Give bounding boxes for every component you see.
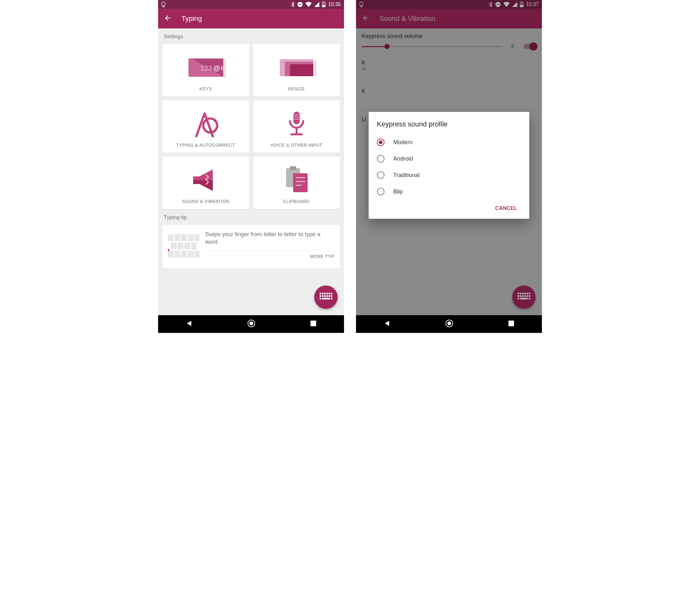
svg-rect-54 (322, 298, 330, 299)
nav-home-icon[interactable] (247, 319, 255, 329)
page-title: Sound & Vibration (379, 15, 435, 23)
battery-icon (322, 2, 326, 7)
tip-card[interactable]: Swipe your finger from letter to letter … (162, 225, 340, 269)
nav-back-icon[interactable] (186, 320, 192, 328)
nav-back-icon[interactable] (384, 320, 390, 328)
speaker-icon (165, 162, 247, 199)
svg-rect-21 (293, 173, 308, 192)
svg-rect-68 (527, 293, 528, 294)
bulb-icon (161, 2, 166, 7)
content: Settings 123 @ # KEYS (158, 28, 344, 315)
section-settings-label: Settings (158, 28, 344, 44)
svg-rect-35 (168, 251, 173, 258)
tile-label: VOICE & OTHER INPUT (270, 143, 323, 148)
tile-keys[interactable]: 123 @ # KEYS (162, 44, 249, 97)
svg-rect-76 (518, 298, 519, 299)
svg-rect-66 (522, 293, 523, 294)
svg-rect-64 (518, 293, 519, 294)
nav-recent-icon[interactable] (508, 320, 514, 328)
svg-rect-53 (320, 298, 321, 299)
svg-rect-58 (310, 320, 316, 326)
radio-option-modern[interactable]: Modern (377, 134, 521, 150)
svg-rect-77 (520, 298, 528, 299)
radio-icon (377, 188, 385, 195)
svg-rect-30 (194, 234, 200, 241)
fab-keyboard[interactable] (512, 286, 536, 309)
svg-rect-44 (326, 293, 328, 294)
svg-text:@: @ (213, 64, 220, 72)
radio-label: Blip (393, 188, 403, 195)
section-tip-label: Typing tip (158, 209, 344, 225)
svg-rect-45 (329, 293, 330, 294)
divider (205, 250, 334, 251)
fab-keyboard[interactable] (314, 286, 338, 309)
dialog-sound-profile: Keypress sound profile Modern Android Tr… (369, 112, 529, 219)
navbar (158, 315, 344, 333)
tip-text: Swipe your finger from letter to letter … (205, 230, 334, 246)
dnd-icon (495, 2, 501, 7)
bluetooth-icon (489, 2, 493, 7)
phone-right: 10:37 Sound & Vibration Keypress sound v… (356, 0, 542, 333)
signal-icon (512, 2, 517, 7)
phone-left: 10:35 Typing Settings 123 @ (158, 0, 344, 333)
keys-icon: 123 @ # (165, 49, 247, 86)
back-icon[interactable] (164, 14, 172, 23)
svg-rect-47 (320, 295, 321, 297)
svg-rect-42 (322, 293, 324, 294)
cancel-button[interactable]: CANCEL (491, 202, 521, 214)
tile-sound-vibration[interactable]: SOUND & VIBRATION (162, 156, 249, 209)
battery-icon (520, 2, 523, 7)
radio-icon (377, 171, 385, 179)
svg-rect-31 (171, 243, 177, 249)
tile-label: RESIZE (288, 86, 305, 91)
tile-voice-input[interactable]: VOICE & OTHER INPUT (253, 100, 340, 153)
tip-body: Swipe your finger from letter to letter … (205, 230, 334, 259)
svg-rect-73 (524, 295, 526, 297)
svg-rect-28 (181, 234, 187, 241)
svg-rect-75 (529, 295, 530, 297)
svg-rect-62 (521, 2, 522, 2)
svg-rect-29 (188, 234, 193, 241)
svg-rect-27 (174, 234, 180, 241)
svg-rect-41 (320, 293, 321, 294)
svg-text:123: 123 (201, 64, 212, 72)
svg-rect-38 (188, 251, 193, 258)
tile-clipboard[interactable]: CLIPBOARD (253, 156, 340, 209)
tile-resize[interactable]: RESIZE (253, 44, 340, 97)
svg-rect-3 (323, 2, 324, 2)
svg-rect-74 (527, 295, 528, 297)
radio-option-traditional[interactable]: Traditional (377, 167, 521, 183)
svg-rect-39 (194, 251, 200, 258)
svg-rect-78 (529, 298, 530, 299)
appbar: Typing (158, 9, 344, 28)
radio-option-android[interactable]: Android (377, 150, 521, 167)
navbar (356, 315, 542, 333)
svg-rect-46 (331, 293, 332, 294)
svg-rect-20 (290, 166, 296, 170)
content: Keypress sound volume 2 K M K (356, 28, 542, 315)
back-icon[interactable] (362, 14, 370, 23)
wifi-icon (503, 2, 510, 7)
svg-point-57 (249, 321, 253, 325)
nav-recent-icon[interactable] (310, 320, 316, 328)
nav-home-icon[interactable] (445, 319, 453, 329)
svg-rect-32 (178, 243, 183, 249)
svg-rect-37 (181, 251, 187, 258)
mic-icon (255, 105, 337, 143)
svg-rect-51 (329, 295, 330, 297)
svg-rect-71 (520, 295, 521, 297)
signal-icon (314, 2, 319, 7)
tile-typing-autocorrect[interactable]: TYPING & AUTOCORRECT (162, 100, 249, 153)
tip-more-button[interactable]: MORE TYP (205, 254, 334, 259)
svg-point-80 (447, 321, 451, 325)
svg-rect-43 (324, 293, 326, 294)
bluetooth-icon (291, 2, 295, 7)
bulb-icon (359, 2, 364, 7)
radio-icon (377, 155, 385, 163)
statusbar-time: 10:35 (328, 2, 341, 7)
keyboard-icon (320, 293, 332, 301)
svg-rect-48 (322, 295, 324, 297)
svg-rect-69 (529, 293, 530, 294)
svg-rect-1 (298, 4, 302, 5)
radio-option-blip[interactable]: Blip (377, 183, 521, 200)
